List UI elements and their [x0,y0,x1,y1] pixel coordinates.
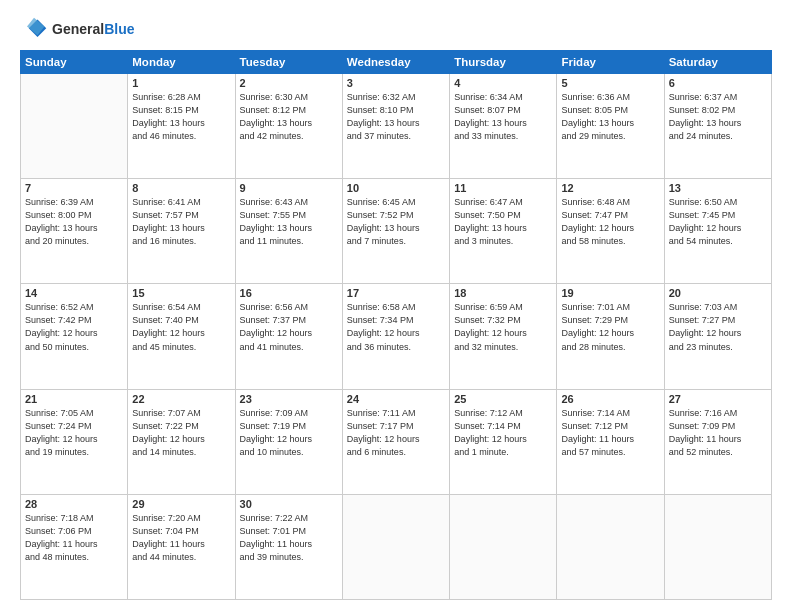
calendar-cell: 5Sunrise: 6:36 AMSunset: 8:05 PMDaylight… [557,74,664,179]
day-number: 1 [132,77,230,89]
header: GeneralBlue [20,16,772,44]
day-number: 4 [454,77,552,89]
day-info: Sunrise: 6:32 AMSunset: 8:10 PMDaylight:… [347,91,445,143]
calendar-cell [342,494,449,599]
day-info: Sunrise: 6:56 AMSunset: 7:37 PMDaylight:… [240,301,338,353]
day-info: Sunrise: 7:05 AMSunset: 7:24 PMDaylight:… [25,407,123,459]
logo-text: GeneralBlue [52,22,134,37]
day-info: Sunrise: 6:36 AMSunset: 8:05 PMDaylight:… [561,91,659,143]
day-info: Sunrise: 6:58 AMSunset: 7:34 PMDaylight:… [347,301,445,353]
day-number: 24 [347,393,445,405]
day-number: 13 [669,182,767,194]
calendar-cell: 30Sunrise: 7:22 AMSunset: 7:01 PMDayligh… [235,494,342,599]
day-number: 8 [132,182,230,194]
day-number: 10 [347,182,445,194]
calendar-cell: 4Sunrise: 6:34 AMSunset: 8:07 PMDaylight… [450,74,557,179]
day-number: 6 [669,77,767,89]
calendar-cell: 20Sunrise: 7:03 AMSunset: 7:27 PMDayligh… [664,284,771,389]
calendar-table: SundayMondayTuesdayWednesdayThursdayFrid… [20,50,772,600]
calendar-week-4: 21Sunrise: 7:05 AMSunset: 7:24 PMDayligh… [21,389,772,494]
day-number: 19 [561,287,659,299]
calendar-cell: 15Sunrise: 6:54 AMSunset: 7:40 PMDayligh… [128,284,235,389]
calendar-cell: 22Sunrise: 7:07 AMSunset: 7:22 PMDayligh… [128,389,235,494]
day-info: Sunrise: 7:20 AMSunset: 7:04 PMDaylight:… [132,512,230,564]
calendar-cell: 3Sunrise: 6:32 AMSunset: 8:10 PMDaylight… [342,74,449,179]
calendar-cell [557,494,664,599]
day-number: 21 [25,393,123,405]
day-number: 17 [347,287,445,299]
day-info: Sunrise: 6:48 AMSunset: 7:47 PMDaylight:… [561,196,659,248]
calendar-header-row: SundayMondayTuesdayWednesdayThursdayFrid… [21,51,772,74]
day-number: 9 [240,182,338,194]
calendar-cell: 8Sunrise: 6:41 AMSunset: 7:57 PMDaylight… [128,179,235,284]
day-number: 12 [561,182,659,194]
day-header-wednesday: Wednesday [342,51,449,74]
day-info: Sunrise: 6:34 AMSunset: 8:07 PMDaylight:… [454,91,552,143]
day-number: 25 [454,393,552,405]
calendar-week-1: 1Sunrise: 6:28 AMSunset: 8:15 PMDaylight… [21,74,772,179]
day-number: 22 [132,393,230,405]
day-info: Sunrise: 7:22 AMSunset: 7:01 PMDaylight:… [240,512,338,564]
calendar-cell: 12Sunrise: 6:48 AMSunset: 7:47 PMDayligh… [557,179,664,284]
calendar-cell: 14Sunrise: 6:52 AMSunset: 7:42 PMDayligh… [21,284,128,389]
day-info: Sunrise: 7:11 AMSunset: 7:17 PMDaylight:… [347,407,445,459]
day-info: Sunrise: 7:01 AMSunset: 7:29 PMDaylight:… [561,301,659,353]
day-info: Sunrise: 6:41 AMSunset: 7:57 PMDaylight:… [132,196,230,248]
day-info: Sunrise: 7:12 AMSunset: 7:14 PMDaylight:… [454,407,552,459]
logo: GeneralBlue [20,16,134,44]
calendar-cell: 26Sunrise: 7:14 AMSunset: 7:12 PMDayligh… [557,389,664,494]
calendar-cell: 21Sunrise: 7:05 AMSunset: 7:24 PMDayligh… [21,389,128,494]
day-header-sunday: Sunday [21,51,128,74]
day-header-monday: Monday [128,51,235,74]
day-info: Sunrise: 7:18 AMSunset: 7:06 PMDaylight:… [25,512,123,564]
day-number: 14 [25,287,123,299]
calendar-cell: 7Sunrise: 6:39 AMSunset: 8:00 PMDaylight… [21,179,128,284]
calendar-cell: 9Sunrise: 6:43 AMSunset: 7:55 PMDaylight… [235,179,342,284]
day-info: Sunrise: 6:37 AMSunset: 8:02 PMDaylight:… [669,91,767,143]
calendar-cell: 2Sunrise: 6:30 AMSunset: 8:12 PMDaylight… [235,74,342,179]
day-number: 7 [25,182,123,194]
calendar-cell: 18Sunrise: 6:59 AMSunset: 7:32 PMDayligh… [450,284,557,389]
day-number: 11 [454,182,552,194]
day-info: Sunrise: 7:07 AMSunset: 7:22 PMDaylight:… [132,407,230,459]
calendar-cell [21,74,128,179]
day-info: Sunrise: 7:09 AMSunset: 7:19 PMDaylight:… [240,407,338,459]
day-info: Sunrise: 7:14 AMSunset: 7:12 PMDaylight:… [561,407,659,459]
day-number: 27 [669,393,767,405]
day-number: 5 [561,77,659,89]
calendar-cell: 24Sunrise: 7:11 AMSunset: 7:17 PMDayligh… [342,389,449,494]
day-header-friday: Friday [557,51,664,74]
day-info: Sunrise: 6:28 AMSunset: 8:15 PMDaylight:… [132,91,230,143]
calendar-week-2: 7Sunrise: 6:39 AMSunset: 8:00 PMDaylight… [21,179,772,284]
calendar-cell: 27Sunrise: 7:16 AMSunset: 7:09 PMDayligh… [664,389,771,494]
calendar-cell: 6Sunrise: 6:37 AMSunset: 8:02 PMDaylight… [664,74,771,179]
calendar-cell: 25Sunrise: 7:12 AMSunset: 7:14 PMDayligh… [450,389,557,494]
calendar-cell [450,494,557,599]
day-number: 18 [454,287,552,299]
calendar-cell: 11Sunrise: 6:47 AMSunset: 7:50 PMDayligh… [450,179,557,284]
day-info: Sunrise: 6:30 AMSunset: 8:12 PMDaylight:… [240,91,338,143]
day-number: 2 [240,77,338,89]
calendar-cell: 17Sunrise: 6:58 AMSunset: 7:34 PMDayligh… [342,284,449,389]
calendar-cell [664,494,771,599]
day-number: 15 [132,287,230,299]
day-info: Sunrise: 6:52 AMSunset: 7:42 PMDaylight:… [25,301,123,353]
calendar-cell: 16Sunrise: 6:56 AMSunset: 7:37 PMDayligh… [235,284,342,389]
calendar-cell: 28Sunrise: 7:18 AMSunset: 7:06 PMDayligh… [21,494,128,599]
day-number: 20 [669,287,767,299]
day-info: Sunrise: 6:45 AMSunset: 7:52 PMDaylight:… [347,196,445,248]
calendar-cell: 1Sunrise: 6:28 AMSunset: 8:15 PMDaylight… [128,74,235,179]
day-number: 16 [240,287,338,299]
calendar-cell: 29Sunrise: 7:20 AMSunset: 7:04 PMDayligh… [128,494,235,599]
day-number: 30 [240,498,338,510]
day-number: 26 [561,393,659,405]
day-header-thursday: Thursday [450,51,557,74]
day-number: 29 [132,498,230,510]
day-info: Sunrise: 6:54 AMSunset: 7:40 PMDaylight:… [132,301,230,353]
day-info: Sunrise: 6:50 AMSunset: 7:45 PMDaylight:… [669,196,767,248]
calendar-week-3: 14Sunrise: 6:52 AMSunset: 7:42 PMDayligh… [21,284,772,389]
day-number: 28 [25,498,123,510]
day-info: Sunrise: 6:47 AMSunset: 7:50 PMDaylight:… [454,196,552,248]
day-number: 3 [347,77,445,89]
logo-icon [20,16,48,44]
